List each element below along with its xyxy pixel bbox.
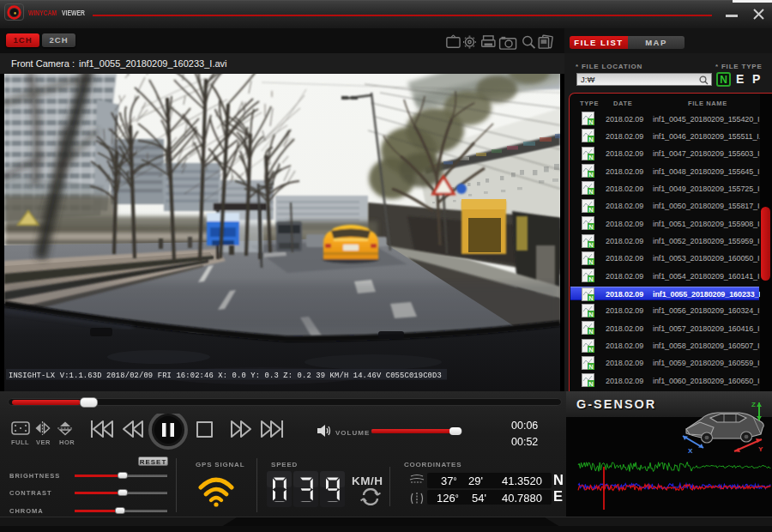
svg-text:N: N — [588, 118, 593, 125]
svg-text:N: N — [588, 275, 593, 282]
svg-text:HOR: HOR — [59, 438, 75, 446]
svg-text:N: N — [588, 345, 593, 352]
svg-text:N: N — [588, 223, 593, 230]
svg-text:N: N — [588, 293, 593, 300]
svg-text:N: N — [588, 136, 593, 142]
svg-text:INSIGHT-LX V:1.1.63D 2018/0: INSIGHT-LX V:1.1.63D 2018/02/09 FRI 16:0… — [9, 372, 442, 380]
svg-text:N: N — [588, 328, 593, 335]
svg-text:N: N — [588, 188, 593, 195]
svg-text:N: N — [588, 380, 593, 387]
svg-text:N: N — [588, 240, 593, 247]
svg-text:N: N — [588, 363, 593, 370]
svg-text:FULL: FULL — [11, 438, 29, 446]
svg-text:N: N — [588, 153, 593, 160]
svg-text:N: N — [588, 171, 593, 178]
svg-text:N: N — [588, 258, 593, 265]
svg-text:N: N — [588, 206, 593, 213]
svg-text:N: N — [588, 311, 593, 317]
svg-text:VER: VER — [36, 438, 51, 446]
